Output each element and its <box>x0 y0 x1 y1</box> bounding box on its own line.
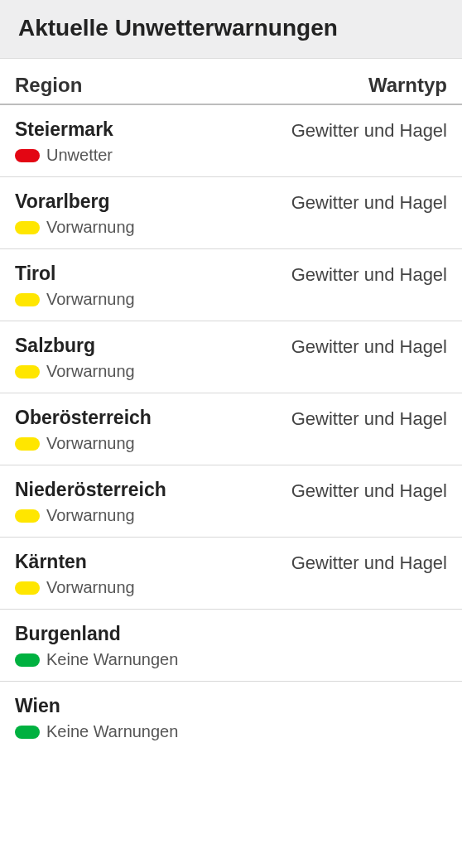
region-cell: BurgenlandKeine Warnungen <box>15 623 178 669</box>
table-row: NiederösterreichVorwarnungGewitter und H… <box>0 465 462 538</box>
region-name: Kärnten <box>15 551 135 573</box>
status-line: Vorwarnung <box>15 578 135 597</box>
status-pill-icon <box>15 726 40 739</box>
status-label: Vorwarnung <box>46 290 135 309</box>
status-line: Unwetter <box>15 146 113 165</box>
region-cell: SalzburgVorwarnung <box>15 335 135 381</box>
region-cell: OberösterreichVorwarnung <box>15 407 152 453</box>
status-line: Vorwarnung <box>15 434 152 453</box>
region-cell: WienKeine Warnungen <box>15 695 178 741</box>
table-body: SteiermarkUnwetterGewitter und HagelVora… <box>0 105 462 753</box>
warntyp-cell: Gewitter und Hagel <box>291 263 447 287</box>
table-row: WienKeine Warnungen <box>0 682 462 753</box>
status-line: Keine Warnungen <box>15 650 178 669</box>
region-cell: SteiermarkUnwetter <box>15 118 113 165</box>
region-name: Salzburg <box>15 335 135 357</box>
column-header-region: Region <box>15 74 82 97</box>
region-cell: KärntenVorwarnung <box>15 551 135 597</box>
table-row: KärntenVorwarnungGewitter und Hagel <box>0 538 462 610</box>
status-label: Vorwarnung <box>46 218 135 237</box>
warntyp-cell: Gewitter und Hagel <box>291 479 447 504</box>
page-title: Aktuelle Unwetterwarnungen <box>18 15 444 41</box>
status-pill-icon <box>15 581 40 595</box>
status-label: Vorwarnung <box>46 434 135 453</box>
region-cell: NiederösterreichVorwarnung <box>15 479 166 525</box>
warntyp-cell: Gewitter und Hagel <box>291 335 447 359</box>
status-pill-icon <box>15 437 40 451</box>
status-pill-icon <box>15 221 40 234</box>
region-name: Oberösterreich <box>15 407 152 429</box>
warntyp-cell: Gewitter und Hagel <box>291 407 447 432</box>
status-line: Keine Warnungen <box>15 722 178 741</box>
region-name: Tirol <box>15 263 135 285</box>
table-row: TirolVorwarnungGewitter und Hagel <box>0 249 462 321</box>
region-name: Niederösterreich <box>15 479 166 501</box>
table-row: SteiermarkUnwetterGewitter und Hagel <box>0 105 462 177</box>
table-header-row: Region Warntyp <box>0 59 462 105</box>
status-pill-icon <box>15 509 40 523</box>
table-row: VorarlbergVorwarnungGewitter und Hagel <box>0 177 462 249</box>
status-label: Vorwarnung <box>46 578 135 597</box>
region-cell: TirolVorwarnung <box>15 263 135 309</box>
region-name: Steiermark <box>15 118 113 141</box>
status-line: Vorwarnung <box>15 506 166 525</box>
table-row: BurgenlandKeine Warnungen <box>0 610 462 682</box>
table-row: SalzburgVorwarnungGewitter und Hagel <box>0 321 462 393</box>
status-label: Vorwarnung <box>46 506 135 525</box>
column-header-warntyp: Warntyp <box>368 74 447 97</box>
status-label: Vorwarnung <box>46 362 135 381</box>
status-label: Keine Warnungen <box>46 722 178 741</box>
region-name: Burgenland <box>15 623 178 645</box>
status-label: Keine Warnungen <box>46 650 178 669</box>
status-line: Vorwarnung <box>15 290 135 309</box>
status-line: Vorwarnung <box>15 218 135 237</box>
page-header: Aktuelle Unwetterwarnungen <box>0 0 462 59</box>
status-pill-icon <box>15 293 40 306</box>
warntyp-cell: Gewitter und Hagel <box>291 118 447 143</box>
warntyp-cell: Gewitter und Hagel <box>291 190 447 215</box>
region-cell: VorarlbergVorwarnung <box>15 190 135 237</box>
table-row: OberösterreichVorwarnungGewitter und Hag… <box>0 393 462 465</box>
region-name: Wien <box>15 695 178 717</box>
status-line: Vorwarnung <box>15 362 135 381</box>
warntyp-cell: Gewitter und Hagel <box>291 551 447 576</box>
status-pill-icon <box>15 365 40 379</box>
region-name: Vorarlberg <box>15 190 135 213</box>
status-pill-icon <box>15 149 40 162</box>
status-label: Unwetter <box>46 146 113 165</box>
status-pill-icon <box>15 653 40 667</box>
